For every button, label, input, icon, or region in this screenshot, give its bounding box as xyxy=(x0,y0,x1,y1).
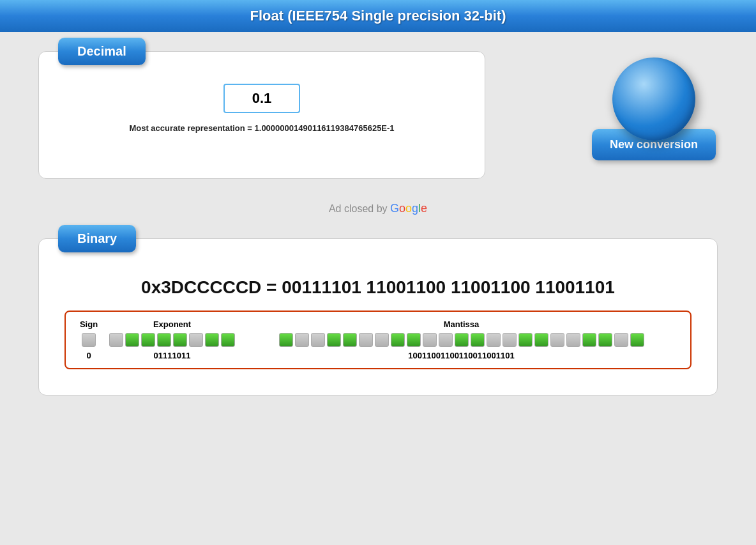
page-title: Float (IEEE754 Single precision 32-bit) xyxy=(250,8,506,24)
bit-box xyxy=(407,333,421,347)
bit-box xyxy=(582,333,596,347)
bit-box xyxy=(221,333,235,347)
bit-box xyxy=(279,333,293,347)
main-content: Decimal Most accurate representation = 1… xyxy=(0,32,756,415)
bit-box xyxy=(487,333,501,347)
new-conversion-area: New conversion xyxy=(590,58,718,160)
mantissa-section: Mantissa 10011001100110011001101 xyxy=(243,319,680,360)
bit-box xyxy=(125,333,139,347)
bit-box xyxy=(471,333,485,347)
bit-box xyxy=(614,333,628,347)
bit-box xyxy=(375,333,389,347)
accurate-representation: Most accurate representation = 1.0000000… xyxy=(64,123,459,133)
bit-box xyxy=(598,333,612,347)
bit-box xyxy=(630,333,644,347)
bit-box xyxy=(311,333,325,347)
bit-sections-container: Sign 0 Exponent 01111011 Mantissa 100110… xyxy=(76,319,680,360)
ad-area: Ad closed by Google xyxy=(38,192,718,226)
bit-box xyxy=(141,333,155,347)
bit-box xyxy=(359,333,373,347)
bit-box xyxy=(550,333,564,347)
sign-section: Sign 0 xyxy=(76,319,102,360)
exponent-label: Exponent xyxy=(153,319,191,329)
bit-box xyxy=(343,333,357,347)
decimal-input-wrapper xyxy=(64,84,459,113)
mantissa-bit-row xyxy=(279,333,644,347)
binary-hex-line: 0x3DCCCCCD = 00111101 11001100 11001100 … xyxy=(64,277,692,298)
bit-box xyxy=(455,333,469,347)
bit-box xyxy=(327,333,341,347)
mantissa-label: Mantissa xyxy=(444,319,480,329)
bit-box xyxy=(503,333,517,347)
bit-box xyxy=(157,333,171,347)
decimal-card: Decimal Most accurate representation = 1… xyxy=(38,51,485,179)
bit-box xyxy=(518,333,533,347)
sign-value: 0 xyxy=(86,351,91,360)
google-text: Google xyxy=(390,202,427,215)
decimal-label: Decimal xyxy=(58,38,146,65)
decimal-input[interactable] xyxy=(223,84,300,113)
exponent-section: Exponent 01111011 xyxy=(109,319,235,360)
bit-box xyxy=(423,333,437,347)
ad-closed-text: Ad closed by xyxy=(329,203,390,214)
bit-box xyxy=(534,333,548,347)
bit-box xyxy=(391,333,405,347)
bit-box xyxy=(173,333,187,347)
bit-box xyxy=(205,333,219,347)
bit-box xyxy=(566,333,580,347)
mantissa-value: 10011001100110011001101 xyxy=(408,351,514,360)
bit-box xyxy=(189,333,203,347)
binary-label: Binary xyxy=(58,225,136,252)
bit-box xyxy=(295,333,309,347)
exponent-bit-row xyxy=(109,333,235,347)
bit-box xyxy=(82,333,96,347)
top-section: Decimal Most accurate representation = 1… xyxy=(38,51,718,179)
bit-visual-wrapper: Sign 0 Exponent 01111011 Mantissa 100110… xyxy=(64,311,692,369)
sign-bit-row xyxy=(82,333,96,347)
exponent-value: 01111011 xyxy=(154,351,191,360)
bit-box xyxy=(109,333,123,347)
sign-label: Sign xyxy=(80,319,98,329)
blue-sphere-decoration xyxy=(612,58,695,141)
binary-card: Binary 0x3DCCCCCD = 00111101 11001100 11… xyxy=(38,238,718,395)
page-header: Float (IEEE754 Single precision 32-bit) xyxy=(0,0,756,32)
bit-box xyxy=(439,333,453,347)
